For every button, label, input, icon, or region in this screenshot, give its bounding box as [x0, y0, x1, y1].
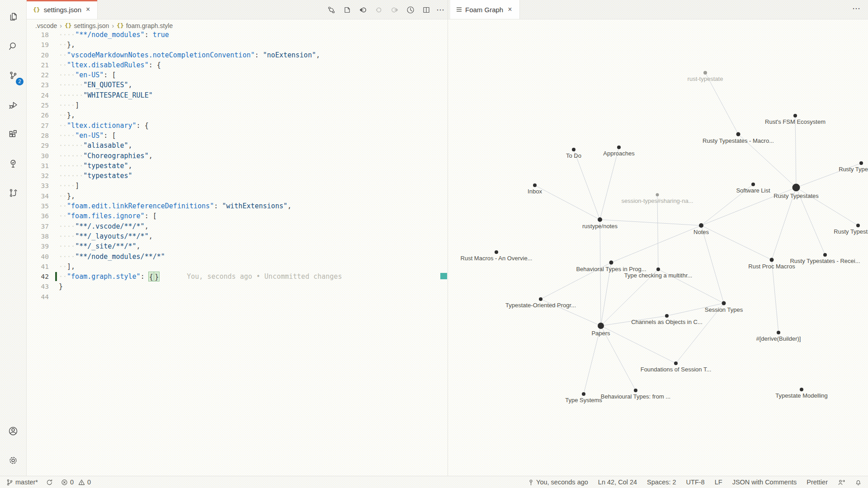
tab-close-icon[interactable]: × — [85, 5, 91, 14]
graph-node[interactable] — [656, 267, 660, 271]
graph-node[interactable] — [495, 250, 498, 254]
panel-tab-bar: Foam Graph × ⋯ — [448, 0, 868, 19]
status-item-lf[interactable]: LF — [715, 479, 722, 486]
git-branch-icon — [6, 479, 13, 486]
status-item-ln-42-col-24[interactable]: Ln 42, Col 24 — [598, 479, 637, 486]
code-line[interactable]: 25····] — [27, 100, 448, 110]
graph-node[interactable] — [582, 392, 585, 396]
search-icon[interactable] — [0, 34, 26, 58]
open-preview-icon[interactable] — [341, 4, 353, 16]
graph-node[interactable] — [665, 314, 669, 318]
status-item-bell-icon[interactable] — [855, 479, 862, 486]
graph-node[interactable] — [859, 161, 863, 165]
status-item-utf-8[interactable]: UTF-8 — [686, 479, 705, 486]
extensions-icon[interactable] — [0, 122, 26, 146]
code-line[interactable]: 40····"**/node_modules/**/*" — [27, 252, 448, 262]
breadcrumb-item[interactable]: .vscode — [35, 22, 57, 29]
nav-back-icon[interactable] — [357, 4, 369, 16]
line-number: 30 — [27, 151, 49, 161]
graph-node[interactable] — [751, 183, 755, 186]
panel-tab-close-icon[interactable]: × — [507, 5, 513, 14]
code-line[interactable]: 20··"vscodeMarkdownNotes.noteCompletionC… — [27, 50, 448, 60]
code-line[interactable]: 28····"en-US": [ — [27, 131, 448, 141]
breadcrumb-item[interactable]: {}settings.json — [65, 22, 109, 29]
code-line[interactable]: 30······"Choreographies", — [27, 151, 448, 161]
graph-node[interactable] — [793, 114, 797, 117]
status-item-0[interactable]: 0 — [78, 479, 91, 486]
graph-node[interactable] — [617, 145, 621, 149]
graph-node[interactable] — [609, 261, 613, 265]
code-line[interactable]: 37····"**/.vscode/**/*", — [27, 221, 448, 231]
code-line[interactable]: 29······"aliasable", — [27, 141, 448, 150]
nav-forward-icon[interactable] — [389, 4, 401, 16]
split-editor-icon[interactable] — [420, 4, 432, 16]
status-item-spaces-2[interactable]: Spaces: 2 — [647, 479, 676, 486]
gutter-decorations — [49, 181, 59, 191]
explorer-icon[interactable] — [0, 5, 26, 28]
status-item-you-seconds-ago[interactable]: You, seconds ago — [528, 479, 588, 486]
graph-node[interactable] — [634, 389, 637, 392]
graph-node[interactable] — [823, 253, 827, 257]
code-line[interactable]: 22····"en-US": [ — [27, 70, 448, 80]
code-line[interactable]: 34··}, — [27, 191, 448, 201]
foam-tree-icon[interactable] — [0, 152, 26, 175]
run-debug-icon[interactable] — [0, 93, 26, 117]
account-icon[interactable] — [0, 419, 26, 443]
graph-node[interactable] — [674, 361, 678, 365]
code-line[interactable]: 39····"**/_site/**/*", — [27, 241, 448, 251]
graph-node[interactable] — [598, 217, 602, 222]
code-line[interactable]: 26··}, — [27, 110, 448, 120]
code-line[interactable]: 38····"**/_layouts/**/*", — [27, 231, 448, 241]
code-line[interactable]: 35··"foam.edit.linkReferenceDefinitions"… — [27, 201, 448, 211]
graph-node[interactable] — [777, 331, 780, 334]
settings-gear-icon[interactable] — [0, 449, 26, 472]
graph-node[interactable] — [800, 388, 803, 391]
nav-circle-icon[interactable] — [373, 4, 385, 16]
foam-graph-canvas[interactable]: rust-typestateRust's FSM EcosystemRusty … — [448, 19, 868, 476]
code-line[interactable]: 32······"typestates" — [27, 171, 448, 181]
status-item-feedback-icon[interactable] — [838, 479, 845, 486]
code-line[interactable]: 23······"EN_QUOTES", — [27, 80, 448, 90]
status-item-sync-icon[interactable] — [46, 479, 53, 486]
graph-node[interactable] — [793, 184, 800, 192]
git-compare-icon[interactable] — [0, 181, 26, 205]
code-editor[interactable]: 18····"**/node_modules": true19··},20··"… — [27, 32, 448, 476]
code-line[interactable]: 44 — [27, 292, 448, 302]
more-actions-icon[interactable]: ⋯ — [436, 5, 445, 15]
source-control-icon[interactable]: 2 — [0, 64, 26, 87]
code-line[interactable]: 27··"ltex.dictionary": { — [27, 121, 448, 131]
timeline-clock-icon[interactable] — [405, 4, 416, 16]
graph-node[interactable] — [770, 258, 774, 262]
tab-foam-graph[interactable]: Foam Graph × — [450, 0, 520, 19]
graph-node[interactable] — [572, 148, 576, 151]
code-line[interactable]: 42··"foam.graph.style": {}You, seconds a… — [27, 272, 448, 282]
graph-node[interactable] — [699, 223, 703, 228]
code-line[interactable]: 18····"**/node_modules": true — [27, 32, 448, 40]
graph-node[interactable] — [533, 183, 537, 187]
tab-settings-json[interactable]: {} settings.json × — [27, 0, 98, 19]
status-item-json-with-comments[interactable]: JSON with Comments — [732, 479, 797, 486]
code-line[interactable]: 36··"foam.files.ignore": [ — [27, 211, 448, 221]
code-line[interactable]: 19··}, — [27, 40, 448, 50]
breadcrumb-item[interactable]: {}foam.graph.style — [117, 22, 173, 29]
code-line[interactable]: 24······"WHITESPACE_RULE" — [27, 90, 448, 100]
graph-node-label: Channels as Objects in C... — [631, 319, 703, 325]
graph-node[interactable] — [856, 224, 860, 227]
code-line[interactable]: 43} — [27, 282, 448, 291]
code-line[interactable]: 41··], — [27, 262, 448, 272]
line-number: 42 — [27, 272, 49, 282]
code-line[interactable]: 33····] — [27, 181, 448, 191]
graph-node[interactable] — [703, 71, 707, 75]
status-item-prettier[interactable]: Prettier — [807, 479, 828, 486]
status-item-master[interactable]: master* — [6, 479, 38, 486]
graph-node[interactable] — [736, 132, 741, 136]
status-item-0[interactable]: 0 — [61, 479, 74, 486]
graph-node[interactable] — [539, 297, 542, 301]
open-changes-icon[interactable] — [326, 4, 337, 16]
panel-more-actions-icon[interactable]: ⋯ — [852, 4, 861, 14]
graph-node[interactable] — [722, 301, 726, 305]
graph-node[interactable] — [598, 323, 604, 329]
graph-node[interactable] — [656, 193, 659, 197]
code-line[interactable]: 21··"ltex.disabledRules": { — [27, 60, 448, 70]
code-line[interactable]: 31······"typestate", — [27, 161, 448, 171]
